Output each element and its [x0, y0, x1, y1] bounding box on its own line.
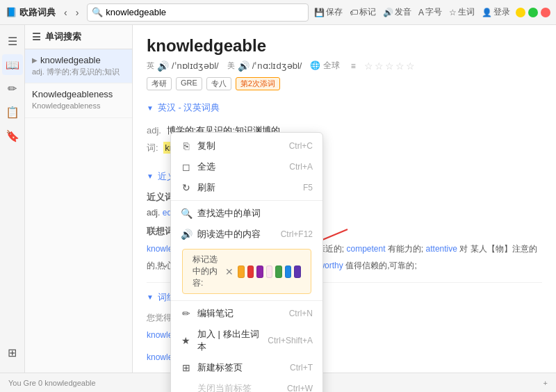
addvocab-icon: ★	[181, 335, 192, 346]
newtab-icon: ⊞	[181, 362, 192, 373]
menu-addvocab-label: 加入 | 移出生词本	[197, 328, 268, 353]
menu-item-findword[interactable]: 🔍 查找选中的单词	[171, 203, 322, 224]
color-swatch-blue[interactable]	[285, 266, 292, 278]
menu-newtab-label: 新建标签页	[197, 361, 243, 374]
refresh-icon: ↻	[181, 182, 192, 193]
menu-selectall-label: 全选	[197, 161, 215, 173]
color-swatch-indigo[interactable]	[294, 266, 301, 278]
menu-copy-label: 复制	[197, 140, 215, 152]
menu-editnote-label: 编辑笔记	[197, 307, 234, 320]
findword-icon: 🔍	[181, 208, 192, 219]
addvocab-shortcut: Ctrl+Shift+A	[268, 336, 313, 345]
color-swatch-purple[interactable]	[256, 266, 263, 278]
menu-item-newtab[interactable]: ⊞ 新建标签页 Ctrl+T	[171, 357, 322, 378]
color-swatch-green[interactable]	[275, 266, 282, 278]
menu-item-read[interactable]: 🔊 朗读选中的内容 Ctrl+F12	[171, 224, 322, 245]
copy-icon: ⎘	[181, 140, 192, 152]
menu-sep-2	[171, 300, 322, 301]
context-menu-overlay: ⎘ 复制 Ctrl+C ◻ 全选 Ctrl+A ↻ 刷新 F5 🔍 查找选中的单…	[0, 0, 556, 392]
selectall-shortcut: Ctrl+A	[289, 162, 313, 172]
read-icon: 🔊	[181, 229, 192, 240]
closetab-shortcut: Ctrl+W	[287, 384, 313, 392]
color-swatch-yellow[interactable]	[238, 266, 245, 278]
menu-item-copy[interactable]: ⎘ 复制 Ctrl+C	[171, 136, 322, 156]
color-picker-row: 标记选中的内容: ✕	[182, 249, 311, 294]
menu-refresh-label: 刷新	[197, 181, 215, 194]
menu-item-selectall[interactable]: ◻ 全选 Ctrl+A	[171, 156, 322, 177]
editnote-icon: ✏	[181, 308, 192, 319]
newtab-shortcut: Ctrl+T	[290, 363, 313, 373]
editnote-shortcut: Ctrl+N	[289, 309, 313, 318]
selectall-icon: ◻	[181, 161, 192, 172]
color-picker-label: 标记选中的内容:	[193, 254, 221, 289]
context-menu: ⎘ 复制 Ctrl+C ◻ 全选 Ctrl+A ↻ 刷新 F5 🔍 查找选中的单…	[170, 132, 323, 392]
menu-item-editnote[interactable]: ✏ 编辑笔记 Ctrl+N	[171, 303, 322, 324]
color-swatch-red[interactable]	[247, 266, 254, 278]
copy-shortcut: Ctrl+C	[289, 141, 313, 151]
menu-read-label: 朗读选中的内容	[197, 228, 261, 240]
menu-item-addvocab[interactable]: ★ 加入 | 移出生词本 Ctrl+Shift+A	[171, 324, 322, 357]
menu-item-refresh[interactable]: ↻ 刷新 F5	[171, 177, 322, 198]
color-delete-icon[interactable]: ✕	[225, 266, 234, 277]
menu-sep-1	[171, 200, 322, 201]
color-swatch-pink[interactable]	[266, 266, 273, 278]
menu-closetab-label: 关闭当前标签	[197, 382, 252, 392]
menu-item-closetab: 关闭当前标签 Ctrl+W	[171, 378, 322, 392]
color-picker-container: 标记选中的内容: ✕	[171, 245, 322, 298]
menu-findword-label: 查找选中的单词	[197, 207, 261, 220]
read-shortcut: Ctrl+F12	[281, 229, 313, 239]
refresh-shortcut: F5	[303, 183, 313, 193]
